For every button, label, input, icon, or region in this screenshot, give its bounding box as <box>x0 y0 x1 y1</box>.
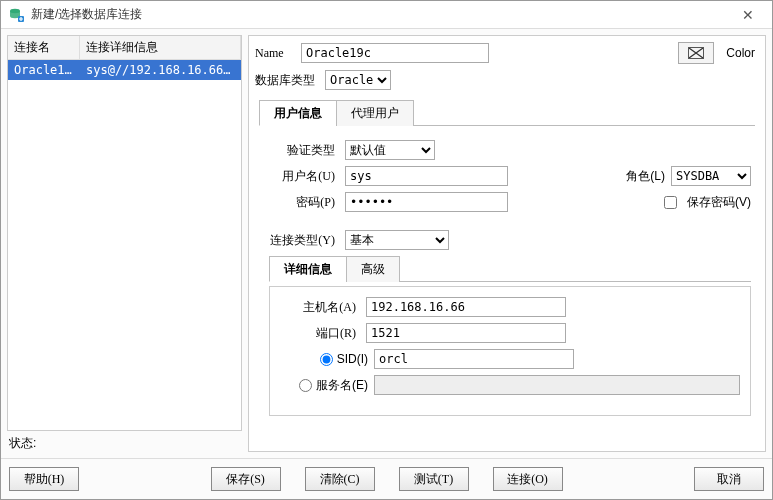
close-icon[interactable]: ✕ <box>732 7 764 23</box>
color-label: Color <box>726 46 755 60</box>
save-password-label: 保存密码(V) <box>687 194 751 211</box>
username-label: 用户名(U) <box>261 168 339 185</box>
svcname-radio[interactable] <box>299 379 312 392</box>
detail-panel: 主机名(A) 端口(R) SID(I) <box>269 286 751 416</box>
cell-detail: sys@//192.168.16.66:152.. <box>80 60 241 80</box>
footer-buttons: 保存(S) 清除(C) 测试(T) 连接(O) <box>103 467 670 491</box>
sid-label: SID(I) <box>337 352 368 366</box>
username-input[interactable] <box>345 166 508 186</box>
svcname-radio-group: 服务名(E) <box>280 377 368 394</box>
password-input[interactable] <box>345 192 508 212</box>
body: 连接名 连接详细信息 Oracle19c sys@//192.168.16.66… <box>1 29 772 458</box>
connection-name-input[interactable] <box>301 43 489 63</box>
connect-button[interactable]: 连接(O) <box>493 467 563 491</box>
connection-table: 连接名 连接详细信息 Oracle19c sys@//192.168.16.66… <box>7 35 242 431</box>
dialog-window: 新建/选择数据库连接 ✕ 连接名 连接详细信息 Oracle19c sys@//… <box>0 0 773 500</box>
sid-radio-group: SID(I) <box>280 352 368 366</box>
tab-detail[interactable]: 详细信息 <box>269 256 347 282</box>
tab-advanced[interactable]: 高级 <box>346 256 400 282</box>
cell-name: Oracle19c <box>8 60 80 80</box>
auth-type-label: 验证类型 <box>261 142 339 159</box>
role-label: 角色(L) <box>626 168 665 185</box>
help-button[interactable]: 帮助(H) <box>9 467 79 491</box>
detail-tabs: 详细信息 高级 <box>269 256 751 282</box>
save-password-checkbox[interactable] <box>664 196 677 209</box>
color-button[interactable] <box>678 42 714 64</box>
svcname-input <box>374 375 740 395</box>
port-input[interactable] <box>366 323 566 343</box>
footer: 帮助(H) 保存(S) 清除(C) 测试(T) 连接(O) 取消 <box>1 458 772 499</box>
user-info-panel: 验证类型 默认值 用户名(U) 角色(L) SYSDBA 密码(P) 保存密码(… <box>255 132 755 420</box>
left-pane: 连接名 连接详细信息 Oracle19c sys@//192.168.16.66… <box>7 35 242 452</box>
host-label: 主机名(A) <box>280 299 360 316</box>
role-select[interactable]: SYSDBA <box>671 166 751 186</box>
table-header: 连接名 连接详细信息 <box>8 36 241 60</box>
clear-button[interactable]: 清除(C) <box>305 467 375 491</box>
conn-type-select[interactable]: 基本 <box>345 230 449 250</box>
password-label: 密码(P) <box>261 194 339 211</box>
svcname-label: 服务名(E) <box>316 377 368 394</box>
save-button[interactable]: 保存(S) <box>211 467 281 491</box>
table-row[interactable]: Oracle19c sys@//192.168.16.66:152.. <box>8 60 241 80</box>
cancel-button[interactable]: 取消 <box>694 467 764 491</box>
main-tabs: 用户信息 代理用户 <box>259 100 755 126</box>
sid-input[interactable] <box>374 349 574 369</box>
sid-radio[interactable] <box>320 353 333 366</box>
status-label: 状态: <box>7 435 242 452</box>
right-pane: Name Color 数据库类型 Oracle 用户信息 代理用户 验证类型 <box>248 35 766 452</box>
tab-proxy-user[interactable]: 代理用户 <box>336 100 414 126</box>
dbtype-row: 数据库类型 Oracle <box>255 70 755 90</box>
db-icon <box>9 7 25 23</box>
tab-user-info[interactable]: 用户信息 <box>259 100 337 126</box>
color-icon <box>688 47 704 59</box>
name-row: Name Color <box>255 42 755 64</box>
dbtype-label: 数据库类型 <box>255 72 319 89</box>
dbtype-select[interactable]: Oracle <box>325 70 391 90</box>
port-label: 端口(R) <box>280 325 360 342</box>
host-input[interactable] <box>366 297 566 317</box>
name-label: Name <box>255 46 295 61</box>
titlebar: 新建/选择数据库连接 ✕ <box>1 1 772 29</box>
window-title: 新建/选择数据库连接 <box>31 6 732 23</box>
auth-type-select[interactable]: 默认值 <box>345 140 435 160</box>
test-button[interactable]: 测试(T) <box>399 467 469 491</box>
col-detail[interactable]: 连接详细信息 <box>80 36 241 59</box>
col-name[interactable]: 连接名 <box>8 36 80 59</box>
conn-type-label: 连接类型(Y) <box>261 232 339 249</box>
